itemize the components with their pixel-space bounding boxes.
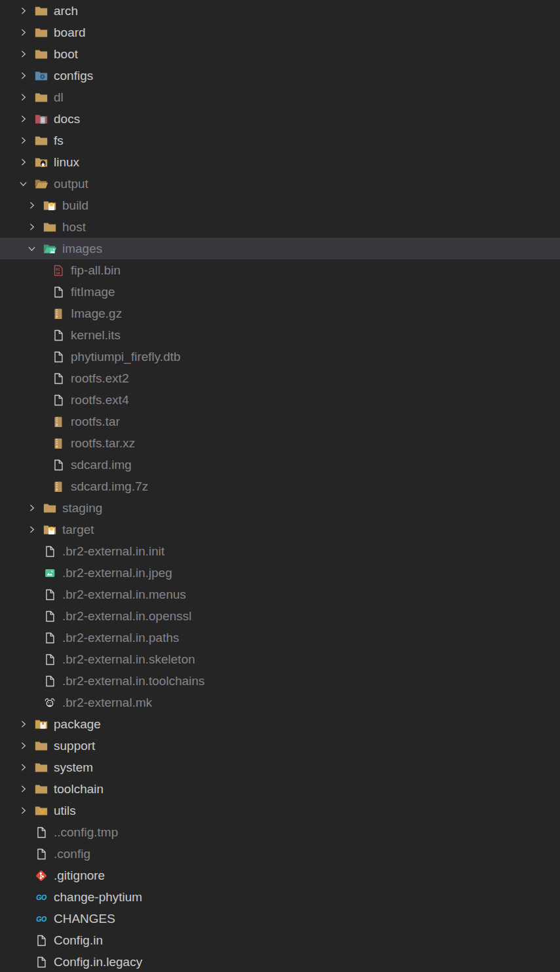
item-label: Image.gz xyxy=(71,303,122,324)
item-label: linux xyxy=(54,151,79,173)
item-label: fitImage xyxy=(71,281,115,303)
tree-item-build[interactable]: build xyxy=(0,195,560,216)
tree-item-support[interactable]: support xyxy=(0,735,560,757)
chevron-right-icon[interactable] xyxy=(24,497,39,519)
tree-item-.br2-external.in.openssl[interactable]: .br2-external.in.openssl xyxy=(0,605,560,627)
chevron-right-icon[interactable] xyxy=(16,713,30,735)
tree-item-sdcard.img[interactable]: sdcard.img xyxy=(0,454,560,476)
chevron-right-icon[interactable] xyxy=(16,800,30,821)
folder-config-icon xyxy=(34,65,48,86)
chevron-down-icon[interactable] xyxy=(24,238,39,259)
tree-item-.br2-external.in.toolchains[interactable]: .br2-external.in.toolchains xyxy=(0,670,560,692)
tree-item-rootfs.ext2[interactable]: rootfs.ext2 xyxy=(0,367,560,389)
tree-item-staging[interactable]: staging xyxy=(0,497,560,519)
chevron-right-icon[interactable] xyxy=(16,43,30,65)
twistie-spacer xyxy=(33,281,47,303)
chevron-right-icon[interactable] xyxy=(16,86,30,108)
tree-item-output[interactable]: output xyxy=(0,173,560,195)
twistie-spacer xyxy=(33,476,47,497)
folder-icon xyxy=(34,778,48,800)
tree-item-host[interactable]: host xyxy=(0,216,560,238)
file-icon xyxy=(43,648,57,670)
item-label: arch xyxy=(54,0,78,22)
tree-item-rootfs.tar.xz[interactable]: rootfs.tar.xz xyxy=(0,432,560,454)
tree-item-boot[interactable]: boot xyxy=(0,43,560,65)
chevron-right-icon[interactable] xyxy=(16,130,30,151)
file-icon xyxy=(34,821,48,843)
tree-item-Config.in.legacy[interactable]: Config.in.legacy xyxy=(0,951,560,972)
gnu-makefile-icon xyxy=(43,692,57,713)
item-label: dl xyxy=(54,86,64,108)
tree-item-fip-all.bin[interactable]: fip-all.bin xyxy=(0,259,560,281)
folder-icon xyxy=(34,757,48,778)
tree-item-rootfs.tar[interactable]: rootfs.tar xyxy=(0,411,560,432)
item-label: rootfs.ext2 xyxy=(71,367,129,389)
tree-item-utils[interactable]: utils xyxy=(0,800,560,821)
item-label: system xyxy=(54,757,93,778)
chevron-right-icon[interactable] xyxy=(16,735,30,757)
chevron-right-icon[interactable] xyxy=(16,22,30,43)
tree-item-toolchain[interactable]: toolchain xyxy=(0,778,560,800)
item-label: boot xyxy=(54,43,78,65)
folder-docs-icon xyxy=(34,108,48,130)
tree-item-Image.gz[interactable]: Image.gz xyxy=(0,303,560,324)
tree-item-CHANGES[interactable]: CHANGES xyxy=(0,908,560,929)
tree-item-dl[interactable]: dl xyxy=(0,86,560,108)
folder-icon xyxy=(43,216,57,238)
chevron-right-icon[interactable] xyxy=(16,151,30,173)
twistie-spacer xyxy=(16,821,30,843)
chevron-right-icon[interactable] xyxy=(16,65,30,86)
chevron-right-icon[interactable] xyxy=(16,757,30,778)
tree-item-Config.in[interactable]: Config.in xyxy=(0,929,560,951)
chevron-right-icon[interactable] xyxy=(16,108,30,130)
tree-item-board[interactable]: board xyxy=(0,22,560,43)
zip-file-icon xyxy=(51,411,65,432)
tree-item-configs[interactable]: configs xyxy=(0,65,560,86)
tree-item-fitImage[interactable]: fitImage xyxy=(0,281,560,303)
file-icon xyxy=(51,281,65,303)
tree-item-fs[interactable]: fs xyxy=(0,130,560,151)
tree-item-sdcard.img.7z[interactable]: sdcard.img.7z xyxy=(0,476,560,497)
item-label: .br2-external.in.init xyxy=(62,540,164,562)
chevron-right-icon[interactable] xyxy=(24,216,39,238)
twistie-spacer xyxy=(24,692,39,713)
twistie-spacer xyxy=(33,303,47,324)
item-label: CHANGES xyxy=(54,908,115,929)
tree-item-images[interactable]: images xyxy=(0,238,560,259)
tree-item-.br2-external.in.menus[interactable]: .br2-external.in.menus xyxy=(0,584,560,605)
tree-item-arch[interactable]: arch xyxy=(0,0,560,22)
tree-item-.br2-external.in.paths[interactable]: .br2-external.in.paths xyxy=(0,627,560,648)
tree-item-..config.tmp[interactable]: ..config.tmp xyxy=(0,821,560,843)
tree-item-linux[interactable]: linux xyxy=(0,151,560,173)
file-icon xyxy=(43,605,57,627)
item-label: fs xyxy=(54,130,64,151)
tree-item-.config[interactable]: .config xyxy=(0,843,560,865)
chevron-right-icon[interactable] xyxy=(24,195,39,216)
tree-item-.gitignore[interactable]: .gitignore xyxy=(0,865,560,886)
item-label: staging xyxy=(62,497,102,519)
folder-dist-icon xyxy=(43,519,57,540)
item-label: .br2-external.mk xyxy=(62,692,152,713)
folder-images-icon xyxy=(43,238,57,259)
tree-item-phytiumpi_firefly.dtb[interactable]: phytiumpi_firefly.dtb xyxy=(0,346,560,367)
tree-item-.br2-external.in.init[interactable]: .br2-external.in.init xyxy=(0,540,560,562)
tree-item-target[interactable]: target xyxy=(0,519,560,540)
file-icon xyxy=(51,389,65,411)
tree-item-docs[interactable]: docs xyxy=(0,108,560,130)
item-label: .gitignore xyxy=(54,865,105,886)
tree-item-package[interactable]: package xyxy=(0,713,560,735)
tree-item-rootfs.ext4[interactable]: rootfs.ext4 xyxy=(0,389,560,411)
chevron-down-icon[interactable] xyxy=(16,173,30,195)
chevron-right-icon[interactable] xyxy=(16,0,30,22)
tree-item-.br2-external.mk[interactable]: .br2-external.mk xyxy=(0,692,560,713)
tree-item-.br2-external.in.jpeg[interactable]: .br2-external.in.jpeg xyxy=(0,562,560,584)
tree-item-.br2-external.in.skeleton[interactable]: .br2-external.in.skeleton xyxy=(0,648,560,670)
folder-dist-icon xyxy=(43,195,57,216)
chevron-right-icon[interactable] xyxy=(16,778,30,800)
file-icon xyxy=(43,670,57,692)
tree-item-system[interactable]: system xyxy=(0,757,560,778)
tree-item-change-phytium[interactable]: change-phytium xyxy=(0,886,560,908)
tree-item-kernel.its[interactable]: kernel.its xyxy=(0,324,560,346)
item-label: toolchain xyxy=(54,778,103,800)
chevron-right-icon[interactable] xyxy=(24,519,39,540)
